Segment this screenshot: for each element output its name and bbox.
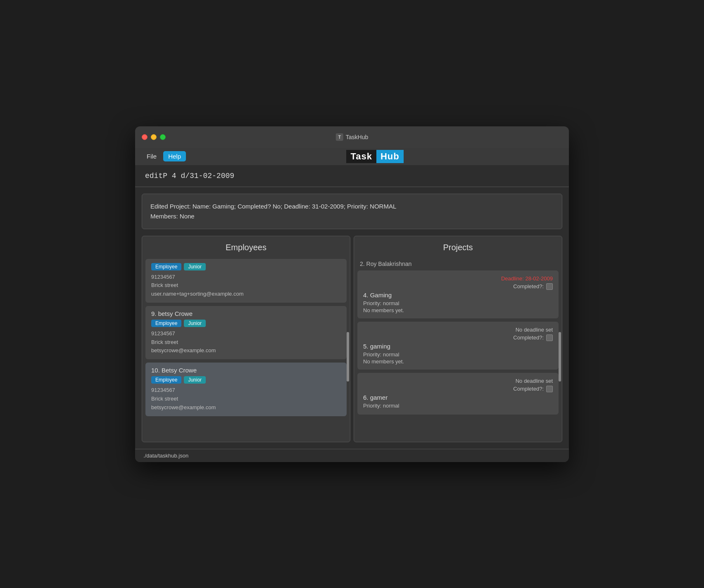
project-5-completed-label: Completed?: (513, 334, 544, 341)
titlebar-title: T TaskHub (336, 133, 368, 141)
employee-card-2[interactable]: 9. betsy Crowe Employee Junior 91234567 … (145, 306, 347, 359)
project-card-4[interactable]: Deadline: 28-02-2009 Completed?: 4. Gami… (357, 270, 559, 318)
output-line1: Edited Project: Name: Gaming; Completed?… (150, 203, 396, 210)
project-4-completed-label: Completed?: (513, 283, 544, 289)
project-5-header-row: No deadline set (363, 327, 553, 333)
commandbar: editP 4 d/31-02-2009 (135, 165, 569, 187)
project-5-name: 5. gaming (363, 343, 553, 350)
titlebar-text: TaskHub (346, 134, 368, 140)
project-5-members: No members yet. (363, 358, 553, 365)
tag-employee-2: Employee (151, 320, 181, 327)
main-window: T TaskHub File Help Task Hub editP 4 d/3… (135, 126, 569, 462)
project-6-header-row: No deadline set (363, 378, 553, 384)
menu-help[interactable]: Help (163, 151, 186, 161)
projects-list[interactable]: 2. Roy Balakrishnan Deadline: 28-02-2009… (354, 259, 562, 442)
app-logo: Task Hub (346, 150, 403, 163)
employee-1-address: Brick street (151, 281, 341, 290)
project-6-name: 6. gamer (363, 394, 553, 401)
project-5-priority: Priority: normal (363, 351, 553, 358)
employee-3-address: Brick street (151, 395, 341, 403)
project-card-5[interactable]: No deadline set Completed?: 5. gaming Pr… (357, 322, 559, 370)
project-6-completed-label: Completed?: (513, 386, 544, 392)
project-4-checkbox[interactable] (546, 283, 553, 290)
maximize-button[interactable] (160, 134, 166, 140)
employee-1-details: 91234567 Brick street user.name+tag+sort… (151, 273, 341, 299)
project-4-deadline: Deadline: 28-02-2009 (501, 275, 553, 282)
titlebar: T TaskHub (135, 126, 569, 148)
statusbar: ./data/taskhub.json (135, 449, 569, 462)
logo-hub: Hub (376, 150, 404, 163)
project-4-members: No members yet. (363, 307, 553, 313)
employee-3-tags: Employee Junior (151, 376, 341, 384)
employees-panel: Employees Employee Junior 91234567 Brick… (142, 236, 350, 442)
close-button[interactable] (142, 134, 147, 140)
employees-header: Employees (142, 236, 350, 259)
project-scrolled-item: 2. Roy Balakrishnan (357, 259, 559, 270)
projects-panel: Projects 2. Roy Balakrishnan Deadline: 2… (354, 236, 562, 442)
employee-2-phone: 91234567 (151, 330, 341, 338)
project-6-deadline: No deadline set (516, 378, 553, 384)
statusbar-text: ./data/taskhub.json (143, 453, 188, 459)
project-5-completed-row: Completed?: (363, 334, 553, 341)
project-5-deadline: No deadline set (516, 327, 553, 333)
logo-task: Task (346, 150, 376, 163)
employee-3-email: betsycrowe@example.com (151, 403, 341, 412)
employee-2-email: betsycrowe@example.com (151, 346, 341, 355)
menubar: File Help Task Hub (135, 148, 569, 165)
tag-employee-1: Employee (151, 263, 181, 270)
employee-2-details: 91234567 Brick street betsycrowe@example… (151, 330, 341, 355)
employee-1-email: user.name+tag+sorting@example.com (151, 290, 341, 299)
projects-scrollbar[interactable] (559, 332, 561, 382)
project-6-priority: Priority: normal (363, 403, 553, 409)
command-text: editP 4 d/31-02-2009 (145, 172, 234, 180)
employee-2-address: Brick street (151, 338, 341, 347)
tag-junior-1: Junior (184, 263, 206, 270)
project-6-completed-row: Completed?: (363, 386, 553, 392)
employee-card-1[interactable]: Employee Junior 91234567 Brick street us… (145, 259, 347, 303)
employee-3-phone: 91234567 (151, 386, 341, 395)
project-4-header-row: Deadline: 28-02-2009 (363, 275, 553, 282)
project-card-6[interactable]: No deadline set Completed?: 6. gamer Pri… (357, 373, 559, 415)
projects-header: Projects (354, 236, 562, 259)
project-4-name: 4. Gaming (363, 292, 553, 299)
tag-junior-3: Junior (184, 376, 206, 384)
employee-2-name: 9. betsy Crowe (151, 310, 341, 317)
app-icon: T (336, 133, 343, 141)
scrollbar[interactable] (347, 332, 349, 382)
minimize-button[interactable] (151, 134, 157, 140)
output-box: Edited Project: Name: Gaming; Completed?… (142, 194, 562, 229)
project-5-checkbox[interactable] (546, 334, 553, 341)
employee-2-tags: Employee Junior (151, 320, 341, 327)
employee-3-name: 10. Betsy Crowe (151, 367, 341, 374)
output-text: Edited Project: Name: Gaming; Completed?… (150, 202, 554, 221)
employee-card-3[interactable]: 10. Betsy Crowe Employee Junior 91234567… (145, 363, 347, 416)
output-line2: Members: None (150, 213, 195, 220)
employee-1-phone: 91234567 (151, 273, 341, 282)
traffic-lights (142, 134, 166, 140)
project-4-priority: Priority: normal (363, 300, 553, 306)
tag-junior-2: Junior (184, 320, 206, 327)
employee-3-details: 91234567 Brick street betsycrowe@example… (151, 386, 341, 412)
menu-file[interactable]: File (142, 151, 162, 161)
tag-employee-3: Employee (151, 376, 181, 384)
main-content: Employees Employee Junior 91234567 Brick… (142, 236, 562, 442)
project-4-completed-row: Completed?: (363, 283, 553, 290)
employees-list[interactable]: Employee Junior 91234567 Brick street us… (142, 259, 350, 442)
employee-1-tags: Employee Junior (151, 263, 341, 270)
project-6-checkbox[interactable] (546, 386, 553, 392)
